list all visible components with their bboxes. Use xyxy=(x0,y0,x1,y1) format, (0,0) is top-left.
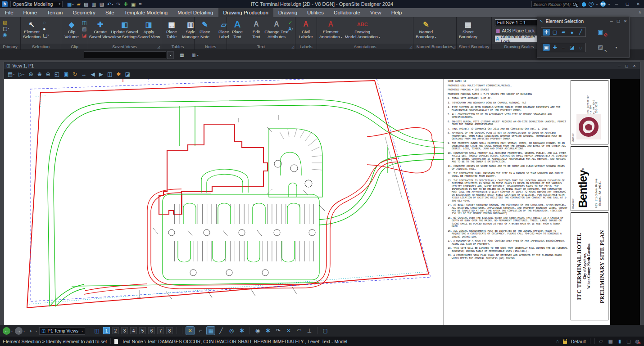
details-icon[interactable]: ▢ xyxy=(626,338,631,344)
save-as-icon[interactable]: ▧ xyxy=(100,1,104,7)
tab-model-detailing[interactable]: Model Detailing xyxy=(172,8,218,17)
select-all-icon[interactable]: ▨ ↖ xyxy=(598,44,607,52)
tab-template-modeling[interactable]: Template Modeling xyxy=(119,8,173,17)
fence-dotted-icon[interactable]: ◌ xyxy=(43,20,49,25)
place-text-button[interactable]: APlaceText xyxy=(228,18,247,39)
dialog-launcher-icon[interactable]: ◿ xyxy=(453,45,455,49)
drawing-scale-select[interactable]: Full Size 1 = 1▾ xyxy=(495,19,544,26)
keyin-dropdown-icon[interactable]: ▾ xyxy=(167,51,174,59)
redo-icon[interactable]: ↷ xyxy=(116,1,120,7)
ribbon-search[interactable]: ▾ xyxy=(531,1,579,7)
pw-explorer-icon[interactable]: ▦▾ xyxy=(67,1,73,7)
minimize-button[interactable]: ─ xyxy=(612,1,621,7)
connection-status-icon[interactable]: ◍ ✕ xyxy=(635,338,639,344)
view-next-icon[interactable]: ▶ xyxy=(99,71,103,77)
clear-selection-icon[interactable]: ▣ ⊘ xyxy=(598,28,607,36)
sheet-boundary-button[interactable]: ▦SheetBoundary xyxy=(458,18,479,39)
locks-icon[interactable] xyxy=(563,341,567,344)
fit-view-icon[interactable]: ▣ xyxy=(63,71,68,77)
snap-center-icon[interactable]: ◉ xyxy=(254,327,262,335)
close-button[interactable]: ✕ xyxy=(634,1,642,7)
named-boundary-button[interactable]: ✎NamedBoundary▾ xyxy=(414,18,438,40)
element-selection-button[interactable]: ↖ElementSelection xyxy=(22,18,42,39)
cached-visuals-icon[interactable]: ▦ xyxy=(608,338,613,344)
place-table-button[interactable]: ▦PlaceTable xyxy=(162,18,181,39)
active-level[interactable]: Default xyxy=(571,339,586,344)
rotate-view-icon[interactable]: ↻ xyxy=(73,71,77,77)
back-button[interactable]: ← xyxy=(3,327,10,335)
dialog-launcher-icon[interactable]: ◿ xyxy=(410,45,412,49)
clip-volume-button[interactable]: ◆ClipVolume xyxy=(62,18,81,39)
chevron-down-icon[interactable]: ▾ xyxy=(608,3,610,6)
select-subtract-icon[interactable]: − xyxy=(560,44,567,51)
tab-terrain[interactable]: Terrain xyxy=(42,8,68,17)
tab-view[interactable]: View xyxy=(365,8,386,17)
element-annotation-button[interactable]: AElementAnnotation▾ xyxy=(318,18,343,40)
spell-check-icon[interactable]: ✓ xyxy=(288,20,293,25)
select-invert-icon[interactable]: ◪ xyxy=(568,44,576,51)
snap-settings-icon[interactable]: ✱ xyxy=(238,327,246,335)
clip-delete-icon[interactable]: ◪ xyxy=(82,33,86,38)
tab-drawing-production[interactable]: Drawing Production xyxy=(218,8,273,17)
edit-text-button[interactable]: AEditText xyxy=(247,18,266,39)
keyin-input[interactable] xyxy=(84,51,166,59)
view-toggle-6[interactable]: 6 xyxy=(148,327,155,334)
accudraw-toggle-icon[interactable]: ✕ xyxy=(186,327,194,335)
view-toggle-7[interactable]: 7 xyxy=(157,327,164,334)
tab-file[interactable]: File xyxy=(0,8,18,17)
snap-elbow-icon[interactable]: ⌐ xyxy=(196,327,204,335)
search-icon[interactable] xyxy=(573,3,576,6)
acs-plane-lock-toggle[interactable]: ▦ACS Plane Lock xyxy=(495,27,543,34)
snap-line-icon[interactable]: ╱ xyxy=(217,327,225,335)
copy-view-icon[interactable]: ◫ xyxy=(107,71,112,77)
properties-icon[interactable]: ◉ xyxy=(3,32,9,37)
view-previous-icon[interactable]: ◀ xyxy=(91,71,95,77)
dialog-close-button[interactable]: ✕ xyxy=(624,19,627,23)
tab-site[interactable]: Site xyxy=(100,8,119,17)
select-line-icon[interactable]: ╱ xyxy=(577,29,584,36)
update-saved-view-settings-button[interactable]: ◧Update SavedView Settings xyxy=(111,18,137,39)
select-new-icon[interactable]: ▣ xyxy=(543,44,550,51)
select-circle-icon[interactable]: ● xyxy=(568,29,576,36)
zoom-in-icon[interactable]: ⊕ xyxy=(37,71,42,77)
undo-icon[interactable]: ↶▾ xyxy=(107,1,113,7)
dialog-minimize-button[interactable]: ─ xyxy=(610,19,613,23)
tab-collaborate[interactable]: Collaborate xyxy=(329,8,365,17)
presentation-icon[interactable]: ▷▾ xyxy=(18,71,24,77)
apply-saved-view-button[interactable]: ◨ApplySaved View xyxy=(138,18,160,39)
window-area-icon[interactable]: ◱ xyxy=(54,71,59,77)
update-view-icon[interactable]: ⊛ xyxy=(29,71,33,77)
snap-perpendicular-icon[interactable]: ⊥ xyxy=(305,327,313,335)
accusnap-icon[interactable]: ∴ xyxy=(556,338,559,344)
civil-labeler-button[interactable]: ACivilLabeler xyxy=(296,18,315,39)
save-settings-icon[interactable]: ▥ xyxy=(91,1,96,7)
user-avatar[interactable]: DS xyxy=(600,1,606,7)
view-toggle-5[interactable]: 5 xyxy=(139,327,146,334)
help-icon[interactable]: ? xyxy=(589,2,594,7)
display-style-icon[interactable]: ▤▾ xyxy=(8,71,14,77)
chevron-down-icon[interactable]: ▾ xyxy=(596,3,598,6)
site-plan-drawing[interactable] xyxy=(4,79,444,325)
place-note-button[interactable]: ✎PlaceNote xyxy=(195,18,214,39)
view-toggle-1[interactable]: 1 xyxy=(103,327,110,334)
fence-circle-icon[interactable]: ● xyxy=(43,27,49,31)
clip-window-icon[interactable]: ◫ xyxy=(82,20,86,25)
snap-arc-icon[interactable]: ↷ xyxy=(274,327,282,335)
annotation-scale-lock-toggle[interactable]: AAnnotation Scale Lock xyxy=(495,36,543,42)
sheet-icon[interactable]: ▱ xyxy=(599,338,603,344)
view-restore-button[interactable]: ▢ xyxy=(625,64,629,68)
save-icon[interactable]: ▤ xyxy=(84,1,88,7)
dialog-launcher-icon[interactable]: ◿ xyxy=(158,45,160,49)
qat-more-icon[interactable]: = xyxy=(139,1,141,7)
view-history-icon[interactable]: ◗ xyxy=(27,327,35,335)
view-properties-icon[interactable]: ✱ xyxy=(116,71,121,77)
print-icon[interactable]: ▣ xyxy=(131,1,136,7)
snap-grid-icon[interactable]: ▦ xyxy=(207,327,215,335)
dialog-launcher-icon[interactable]: ◿ xyxy=(292,45,294,49)
select-add-icon[interactable]: ✚ xyxy=(551,44,558,51)
view-toggle-3[interactable]: 3 xyxy=(121,327,128,334)
new-file-icon[interactable]: ▢▾ xyxy=(3,26,9,31)
snap-gear-icon[interactable]: ✱ xyxy=(264,327,272,335)
dialog-expand-icon[interactable]: ▼ xyxy=(615,46,618,49)
text-case-icon[interactable]: A▾ xyxy=(288,27,293,31)
